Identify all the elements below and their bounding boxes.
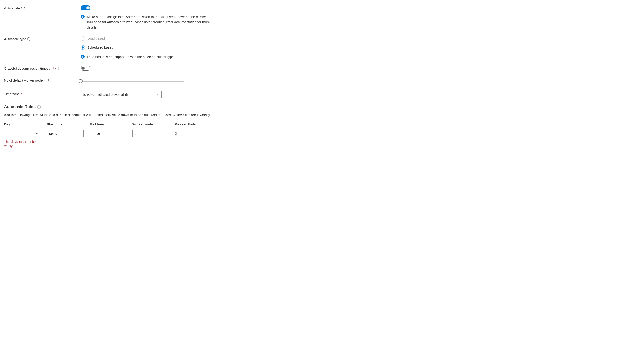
info-icon[interactable]: i — [47, 79, 51, 82]
cell-start — [47, 130, 90, 137]
info-badge-icon: i — [81, 14, 85, 19]
rules-table: Day Start time End time Worker node Work… — [4, 122, 220, 148]
worker-node-control — [81, 78, 220, 85]
auto-scale-row: Auto scale i i Make sure to assign the o… — [4, 6, 639, 30]
autoscale-type-note-text: Load based is not supported with the sel… — [87, 54, 175, 59]
autoscale-type-label-text: Autoscale type — [4, 37, 26, 41]
auto-scale-info-text: Make sure to assign the owner permission… — [87, 14, 211, 30]
timezone-label: Time zone * — [4, 91, 81, 96]
radio-load-based-input — [81, 36, 85, 41]
col-day: Day — [4, 122, 47, 126]
auto-scale-label: Auto scale i — [4, 6, 81, 10]
chevron-down-icon — [36, 132, 39, 136]
slider-thumb[interactable] — [79, 79, 83, 83]
graceful-control — [81, 66, 220, 71]
col-end: End time — [90, 122, 132, 126]
start-time-input[interactable] — [47, 130, 84, 137]
autoscale-rules-desc: Add the following rules. At the end of e… — [4, 112, 211, 117]
required-asterisk: * — [21, 92, 22, 96]
autoscale-type-radio-group: Load based Scheduled based i Load based … — [81, 36, 220, 59]
worker-pods-value: 3 — [175, 130, 212, 135]
radio-load-based: Load based — [81, 36, 220, 41]
cell-day: The 'days' must not be empty. — [4, 130, 47, 148]
radio-scheduled-based-input[interactable] — [81, 45, 85, 50]
worker-node-slider-row — [81, 78, 220, 85]
required-asterisk: * — [53, 66, 54, 70]
toggle-knob — [82, 66, 85, 70]
auto-scale-info-banner: i Make sure to assign the owner permissi… — [81, 14, 211, 30]
day-error-message: The 'days' must not be empty. — [4, 140, 41, 148]
autoscale-type-note: i Load based is not supported with the s… — [81, 54, 211, 59]
required-asterisk: * — [44, 78, 46, 82]
cell-end — [90, 130, 132, 137]
radio-load-based-label: Load based — [87, 36, 105, 40]
auto-scale-toggle[interactable] — [81, 6, 91, 10]
radio-scheduled-based[interactable]: Scheduled based — [81, 45, 220, 50]
info-badge-icon: i — [81, 55, 85, 59]
graceful-toggle[interactable] — [81, 66, 91, 70]
info-icon[interactable]: i — [21, 6, 25, 10]
timezone-select[interactable]: (UTC) Coordinated Universal Time — [81, 91, 162, 98]
worker-node-rule-input[interactable] — [132, 130, 169, 137]
toggle-knob — [86, 6, 90, 10]
cell-pods: 3 — [175, 130, 218, 135]
day-select[interactable] — [4, 130, 41, 137]
graceful-label: Graceful decommission timeout * i — [4, 66, 81, 70]
autoscale-rules-heading: Autoscale Rules i — [4, 104, 639, 109]
timezone-label-text: Time zone — [4, 92, 20, 96]
timezone-value: (UTC) Coordinated Universal Time — [83, 93, 131, 96]
autoscale-type-row: Autoscale type i Load based Scheduled ba… — [4, 36, 639, 59]
info-icon[interactable]: i — [37, 105, 41, 109]
info-icon[interactable]: i — [55, 67, 59, 70]
col-pods: Worker Pods — [175, 122, 218, 126]
col-start: Start time — [47, 122, 90, 126]
autoscale-rules-heading-text: Autoscale Rules — [4, 104, 36, 109]
rules-table-header: Day Start time End time Worker node Work… — [4, 122, 220, 126]
rules-table-row: The 'days' must not be empty. 3 — [4, 130, 220, 148]
radio-scheduled-based-label: Scheduled based — [87, 46, 113, 49]
timezone-control: (UTC) Coordinated Universal Time — [81, 91, 220, 98]
autoscale-type-control: Load based Scheduled based i Load based … — [81, 36, 220, 59]
info-icon[interactable]: i — [28, 37, 31, 41]
chevron-down-icon — [156, 93, 159, 96]
col-worker: Worker node — [132, 122, 175, 126]
timezone-row: Time zone * (UTC) Coordinated Universal … — [4, 91, 639, 98]
end-time-input[interactable] — [90, 130, 127, 137]
autoscale-type-label: Autoscale type i — [4, 36, 81, 41]
worker-node-input[interactable] — [187, 78, 202, 85]
worker-node-label-text: No of default worker node — [4, 78, 43, 82]
auto-scale-control: i Make sure to assign the owner permissi… — [81, 6, 220, 30]
worker-node-slider[interactable] — [81, 81, 184, 82]
graceful-row: Graceful decommission timeout * i — [4, 66, 639, 71]
cell-worker — [132, 130, 175, 137]
auto-scale-label-text: Auto scale — [4, 6, 20, 10]
worker-node-row: No of default worker node * i — [4, 78, 639, 85]
worker-node-label: No of default worker node * i — [4, 78, 81, 82]
graceful-label-text: Graceful decommission timeout — [4, 66, 51, 70]
